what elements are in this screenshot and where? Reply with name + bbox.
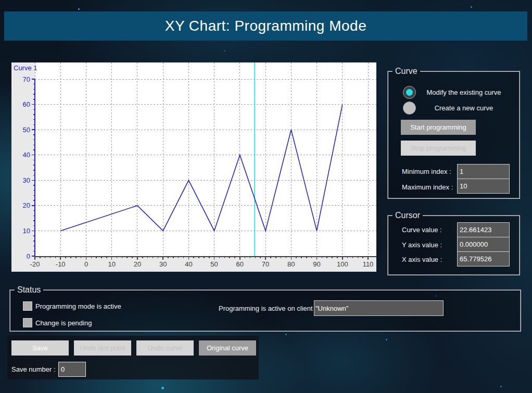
svg-text:80: 80: [287, 260, 295, 268]
actions-panel: Save Undo last point Undo curve Original…: [7, 336, 259, 379]
background-particles: [0, 0, 2, 2]
svg-text:40: 40: [23, 151, 30, 159]
y-axis-value-input[interactable]: [457, 237, 510, 252]
save-button[interactable]: Save: [11, 340, 69, 356]
modify-curve-radio-label: Modify the existing curve: [420, 88, 508, 96]
change-pending-label: Change is pending: [35, 319, 92, 327]
curve-panel: Curve Modify the existing curve Create a…: [387, 67, 520, 199]
x-axis-value-input[interactable]: [457, 251, 510, 267]
svg-text:70: 70: [23, 75, 30, 83]
curve-value-input[interactable]: [457, 222, 510, 237]
create-curve-radio[interactable]: [403, 102, 416, 115]
svg-text:70: 70: [262, 260, 269, 268]
status-panel-title: Status: [15, 285, 43, 295]
svg-text:10: 10: [108, 260, 115, 268]
status-panel: Status Programming mode is active Change…: [9, 285, 521, 332]
max-index-input[interactable]: [457, 179, 510, 194]
svg-text:90: 90: [313, 260, 320, 268]
save-number-label: Save number :: [11, 365, 56, 373]
cursor-panel: Cursor Curve value : Y axis value : X ax…: [387, 211, 520, 275]
svg-text:0: 0: [27, 252, 30, 260]
svg-text:-10: -10: [56, 260, 66, 268]
start-programming-button[interactable]: Start programming: [401, 120, 476, 135]
svg-text:100: 100: [337, 260, 348, 268]
svg-text:40: 40: [185, 260, 192, 268]
original-curve-button[interactable]: Original curve: [199, 340, 256, 356]
title-bar: XY Chart: Programming Mode: [4, 11, 527, 41]
programming-active-label: Programming mode is active: [35, 302, 121, 310]
cursor-panel-title: Cursor: [392, 211, 423, 220]
svg-text:30: 30: [23, 176, 30, 184]
x-axis-value-label: X axis value :: [402, 256, 442, 263]
undo-last-point-button[interactable]: Undo last point: [74, 340, 131, 356]
svg-text:60: 60: [23, 100, 30, 108]
svg-text:10: 10: [23, 227, 30, 235]
svg-text:60: 60: [236, 260, 244, 268]
min-index-label: Minimum index :: [402, 168, 451, 175]
change-pending-checkbox[interactable]: [23, 318, 32, 327]
programming-active-checkbox[interactable]: [23, 301, 32, 311]
client-label: Programming is active on client :: [219, 305, 316, 312]
xy-chart[interactable]: -20-100102030405060708090100110010203040…: [11, 62, 376, 272]
svg-text:50: 50: [210, 260, 218, 268]
svg-text:0: 0: [84, 260, 88, 268]
svg-text:20: 20: [23, 201, 30, 209]
svg-text:50: 50: [23, 126, 30, 134]
create-curve-radio-label: Create a new curve: [420, 104, 508, 112]
svg-text:30: 30: [159, 260, 167, 268]
legend-label: Curve 1: [14, 64, 37, 72]
max-index-label: Maximum index :: [402, 183, 453, 191]
stop-programming-button[interactable]: Stop programming: [401, 141, 476, 156]
y-axis-value-label: Y axis value :: [402, 241, 442, 249]
chart-svg: -20-100102030405060708090100110010203040…: [11, 62, 376, 272]
page-title: XY Chart: Programming Mode: [4, 11, 527, 41]
curve-value-label: Curve value :: [402, 226, 442, 234]
undo-curve-button[interactable]: Undo curve: [136, 340, 194, 356]
curve-panel-title: Curve: [392, 67, 420, 76]
min-index-input[interactable]: [457, 164, 510, 179]
modify-curve-radio[interactable]: [403, 86, 416, 99]
svg-text:110: 110: [363, 260, 374, 268]
app-background: XY Chart: Programming Mode -20-100102030…: [0, 0, 532, 393]
svg-text:-20: -20: [30, 260, 40, 268]
client-input[interactable]: [314, 300, 444, 316]
save-number-input[interactable]: [58, 362, 86, 377]
svg-text:20: 20: [134, 260, 141, 268]
